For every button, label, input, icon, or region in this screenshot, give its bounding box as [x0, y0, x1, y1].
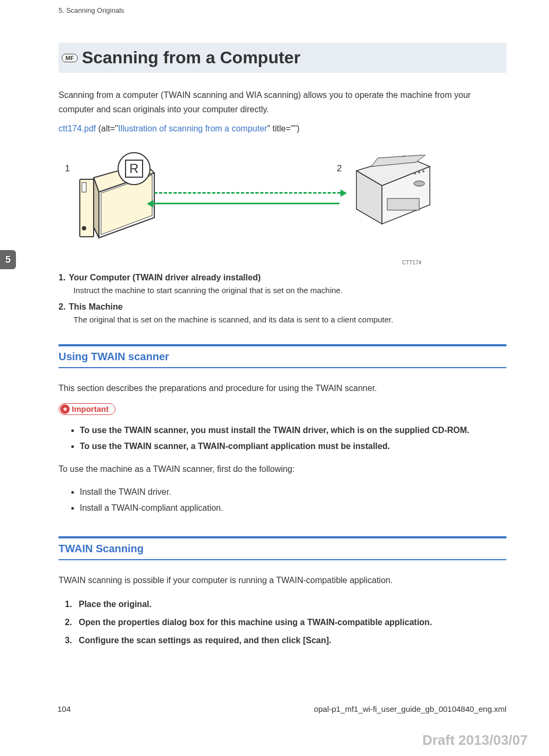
section-heading-twain-scanner: Using TWAIN scanner	[59, 344, 506, 368]
definition-item: 1.Your Computer (TWAIN driver already in…	[59, 273, 506, 295]
step-item: 2.Open the properties dialog box for thi…	[65, 613, 506, 632]
section1-steps: Install the TWAIN driver. Install a TWAI…	[59, 484, 506, 517]
link-line: ctt174.pdf (alt="Illustration of scannin…	[59, 124, 506, 134]
page-title: Scanning from a Computer	[82, 48, 301, 68]
link-mid1: (alt="	[96, 124, 118, 133]
list-item: Install a TWAIN-compliant application.	[80, 500, 506, 516]
important-badge: ★ Important	[59, 403, 115, 415]
printer-icon	[346, 155, 431, 229]
svg-point-17	[418, 171, 420, 173]
step-num: 2.	[65, 618, 72, 627]
source-file: opal-p1_mf1_wi-fi_user_guide_gb_00104840…	[314, 704, 506, 713]
step-item: 3.Configure the scan settings as require…	[65, 632, 506, 650]
section-heading-twain-scanning: TWAIN Scanning	[59, 536, 506, 560]
title-block: MF Scanning from a Computer	[59, 43, 506, 73]
section2-steps: 1.Place the original. 2.Open the propert…	[59, 595, 506, 650]
link-mid2: " title="")	[267, 124, 300, 133]
computer-icon: R	[76, 148, 155, 242]
running-header: 5. Scanning Originals	[59, 6, 124, 14]
illustration-label-1: 1	[65, 163, 70, 174]
important-bullets: To use the TWAIN scanner, you must insta…	[59, 422, 506, 455]
link-file[interactable]: ctt174.pdf	[59, 124, 96, 133]
svg-text:R: R	[129, 161, 138, 176]
important-label: Important	[72, 404, 109, 413]
arrow-return-icon	[153, 203, 339, 204]
svg-rect-1	[82, 182, 86, 192]
arrow-send-icon	[154, 192, 340, 194]
page-number: 104	[57, 704, 71, 713]
svg-rect-13	[387, 198, 419, 210]
def-num: 2.	[59, 302, 69, 311]
mf-badge: MF	[62, 54, 78, 62]
svg-point-16	[414, 172, 416, 175]
star-icon: ★	[60, 404, 70, 414]
step-num: 3.	[65, 636, 72, 645]
step-num: 1.	[65, 600, 72, 609]
section2-intro: TWAIN scanning is possible if your compu…	[59, 573, 506, 587]
chapter-tab: 5	[0, 250, 16, 269]
illustration-label-2: 2	[337, 163, 342, 174]
svg-point-15	[414, 181, 425, 186]
def-title: Your Computer (TWAIN driver already inst…	[69, 273, 261, 282]
illustration: 1 2 R	[59, 143, 506, 257]
footer: 104 opal-p1_mf1_wi-fi_user_guide_gb_0010…	[57, 704, 506, 713]
step-text: Open the properties dialog box for this …	[79, 618, 432, 627]
illustration-caption: CTT174	[59, 260, 506, 265]
svg-point-2	[82, 226, 86, 230]
step-text: Place the original.	[79, 600, 152, 609]
step-text: Configure the scan settings as required,…	[79, 636, 331, 645]
svg-point-18	[422, 170, 425, 172]
section1-followup: To use the machine as a TWAIN scanner, f…	[59, 462, 506, 476]
link-alt[interactable]: Illustration of scanning from a computer	[118, 124, 267, 133]
def-desc: The original that is set on the machine …	[59, 315, 506, 324]
list-item: To use the TWAIN scanner, a TWAIN-compli…	[80, 438, 506, 454]
draft-watermark: Draft 2013/03/07	[422, 732, 528, 749]
step-item: 1.Place the original.	[65, 595, 506, 613]
list-item: Install the TWAIN driver.	[80, 484, 506, 500]
def-num: 1.	[59, 273, 69, 282]
intro-paragraph: Scanning from a computer (TWAIN scanning…	[59, 88, 506, 117]
definition-item: 2.This Machine The original that is set …	[59, 302, 506, 324]
def-desc: Instruct the machine to start scanning t…	[59, 286, 506, 295]
def-title: This Machine	[69, 302, 122, 311]
section1-intro: This section describes the preparations …	[59, 381, 506, 395]
definition-list: 1.Your Computer (TWAIN driver already in…	[59, 273, 506, 324]
page-content: MF Scanning from a Computer Scanning fro…	[59, 43, 506, 650]
list-item: To use the TWAIN scanner, you must insta…	[80, 422, 506, 438]
